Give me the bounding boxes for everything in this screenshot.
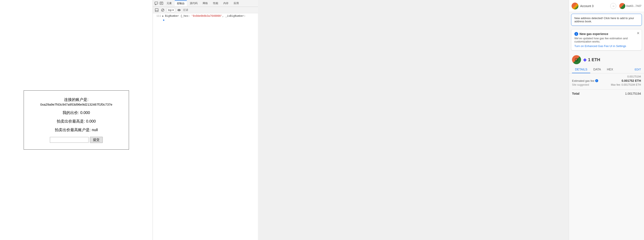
- metamask-logo: [572, 2, 578, 9]
- tx-logo: ⬡: [572, 55, 581, 64]
- site-suggested-label: Site suggested: [572, 83, 589, 86]
- auction-box: 连接的账户是: 0xa29a9e7f43c947a953d96e9d213246…: [24, 90, 129, 150]
- total-row: Total 1.00175194: [569, 92, 644, 95]
- tab-hex[interactable]: HEX: [604, 66, 616, 73]
- svg-rect-1: [155, 4, 156, 5]
- gas-eth-value: 0.001752 ETH: [622, 79, 641, 82]
- tab-performance[interactable]: 性能: [211, 1, 220, 6]
- console-continuation: ▶: [153, 18, 258, 22]
- account-address-short: 0xe63...7A07: [626, 4, 642, 7]
- max-bid-label: 拍卖出价最高是: 0.000: [32, 119, 120, 124]
- tab-memory[interactable]: 内存: [221, 1, 231, 6]
- filter-label: 过滤: [183, 8, 188, 12]
- edit-button[interactable]: EDIT: [634, 66, 641, 73]
- info-icon: i: [574, 32, 578, 36]
- line-number: 111: [154, 14, 161, 17]
- dropdown-arrow-icon: ▾: [172, 8, 174, 11]
- context-label: top: [168, 8, 172, 11]
- gas-notif-close-button[interactable]: ✕: [637, 31, 640, 35]
- new-address-notification[interactable]: New address detected! Click here to add …: [571, 14, 642, 26]
- hex-value: '0x0de0b6b3a7640000': [191, 14, 222, 17]
- metamask-panel: Account 3 → 0xe63...7A07 New address det…: [569, 0, 644, 240]
- code-key: BigNumber {_hex:: [165, 14, 191, 17]
- tx-amount: ◆ 1 ETH: [583, 57, 600, 62]
- max-fee-label: Max fee:: [611, 83, 621, 86]
- total-value: 1.00175194: [625, 92, 641, 95]
- continuation-icon[interactable]: ▶: [154, 18, 165, 22]
- site-suggested-row: Site suggested Max fee: 0.00175194 ETH: [572, 83, 641, 86]
- tab-console[interactable]: 控制台: [175, 0, 187, 6]
- console-block-icon[interactable]: [160, 8, 165, 12]
- tab-sources[interactable]: 源代码: [188, 1, 200, 6]
- tx-tab-bar: DETAILS DATA HEX EDIT: [569, 66, 644, 73]
- svg-rect-2: [160, 2, 163, 4]
- tab-details[interactable]: DETAILS: [572, 66, 590, 73]
- context-dropdown[interactable]: top ▾: [166, 8, 175, 12]
- gas-fee-small-value: 0.00175194: [628, 75, 641, 78]
- gas-fee-top-row: 0.00175194: [572, 75, 641, 78]
- eth-symbol: ⬡: [575, 57, 578, 62]
- notification-text: New address detected! Click here to add …: [574, 16, 634, 23]
- expand-arrow-icon[interactable]: ▶: [162, 14, 164, 17]
- metamask-header: Account 3 → 0xe63...7A07: [569, 0, 644, 12]
- devtools-inspect-icon[interactable]: [159, 1, 164, 5]
- svg-point-9: [178, 9, 180, 10]
- console-code: BigNumber {_hex: '0x0de0b6b3a7640000', _…: [165, 14, 246, 17]
- eye-icon[interactable]: [177, 8, 181, 12]
- console-line-111: 111 ▶ BigNumber {_hex: '0x0de0b6b3a76400…: [153, 14, 258, 18]
- tab-elements[interactable]: 元素: [164, 1, 174, 6]
- bid-input[interactable]: 1: [50, 137, 88, 143]
- transaction-header: ⬡ ◆ 1 ETH: [569, 52, 644, 66]
- web-panel: 连接的账户是: 0xa29a9e7f43c947a953d96e9d213246…: [0, 0, 152, 240]
- connected-account-label: 连接的账户是: 0xa29a9e7f43c947a953d96e9d213246…: [32, 97, 120, 107]
- console-toolbar: top ▾ 过滤: [153, 7, 258, 13]
- max-bidder-label: 拍卖出价最高账户是: null: [32, 127, 120, 132]
- gas-experience-notification: i New gas experience We've updated how g…: [571, 29, 642, 50]
- console-content: 111 ▶ BigNumber {_hex: '0x0de0b6b3a76400…: [153, 13, 258, 240]
- gas-notif-title: i New gas experience: [574, 32, 639, 36]
- gas-settings-link[interactable]: Turn on Enhanced Gas Fee UI in Settings: [574, 44, 639, 48]
- code-rest: , _isBigNumber:: [222, 14, 246, 17]
- devtools-panel: 元素 控制台 源代码 网络 性能 内存 应用 top ▾: [152, 0, 258, 240]
- svg-rect-5: [155, 8, 158, 11]
- fee-section: 0.00175194 Estimated gas fee i 0.001752 …: [569, 75, 644, 87]
- max-fee-value: Max fee: 0.00175194 ETH: [611, 83, 641, 86]
- gas-fee-label: Estimated gas fee i: [572, 79, 598, 82]
- tab-application[interactable]: 应用: [232, 1, 241, 6]
- account-address: 0xa29a9e7f43c947a953d96e9d2132467f1f0c73…: [40, 103, 112, 106]
- gas-fee-main-row: Estimated gas fee i 0.001752 ETH: [572, 79, 641, 82]
- total-label: Total: [572, 92, 580, 95]
- devtools-tab-bar: 元素 控制台 源代码 网络 性能 内存 应用: [153, 0, 258, 7]
- svg-line-8: [162, 9, 164, 11]
- tab-network[interactable]: 网络: [200, 1, 210, 6]
- account-name-text: Account 3: [580, 4, 608, 8]
- max-fee-eth: 0.00175194 ETH: [622, 83, 641, 86]
- svg-rect-0: [155, 2, 158, 4]
- gas-notif-body: We've updated how gas fee estimation and…: [574, 37, 639, 43]
- eth-icon-small: ◆: [583, 57, 586, 62]
- bid-input-row: 1 提交: [32, 137, 120, 143]
- account-arrow-button[interactable]: →: [610, 3, 616, 9]
- tab-data[interactable]: DATA: [590, 66, 604, 73]
- devtools-toggle-icon[interactable]: [154, 1, 158, 5]
- mm-account-name: Account 3: [580, 4, 608, 8]
- eth-logo: [619, 3, 625, 9]
- gas-fee-info-icon[interactable]: i: [595, 79, 598, 82]
- my-price-label: 我的出价: 0.000: [32, 110, 120, 115]
- submit-button[interactable]: 提交: [90, 137, 103, 143]
- console-dock-icon[interactable]: [154, 8, 159, 12]
- eth-account-section: 0xe63...7A07: [619, 3, 642, 9]
